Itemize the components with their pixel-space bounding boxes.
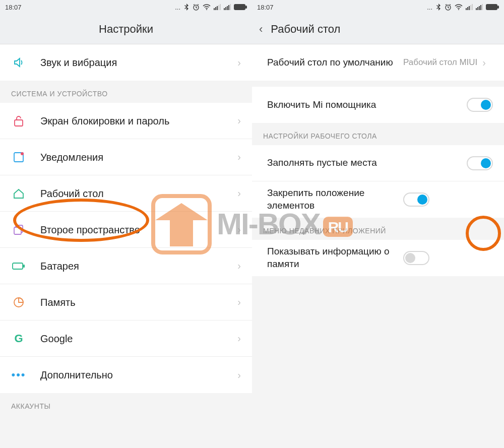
row-label: Уведомления [40, 151, 237, 164]
back-button[interactable]: ‹ [259, 23, 263, 36]
row-label: Экран блокировки и пароль [40, 114, 237, 127]
toggle-lock-layout[interactable] [403, 193, 429, 207]
signal-2-icon [224, 4, 231, 10]
alarm-icon [445, 4, 452, 11]
more-icon: ••• [11, 367, 26, 382]
svg-rect-35 [497, 6, 499, 9]
svg-rect-33 [482, 4, 483, 10]
svg-rect-26 [469, 6, 470, 10]
chevron-right-icon: › [237, 57, 241, 69]
signal-1-icon [214, 4, 221, 10]
svg-rect-13 [245, 6, 247, 9]
google-icon: G [11, 331, 26, 346]
row-show-memory[interactable]: Показывать информацию о памяти [252, 240, 504, 276]
svg-rect-31 [479, 6, 480, 10]
svg-rect-20 [23, 265, 25, 268]
chevron-right-icon: › [237, 333, 241, 344]
chevron-right-icon: › [482, 57, 486, 69]
svg-rect-11 [230, 4, 231, 10]
bluetooth-icon [435, 4, 442, 11]
page-title: Настройки [99, 23, 153, 36]
row-more[interactable]: ••• Дополнительно › [0, 357, 252, 393]
sound-icon [11, 55, 26, 70]
screen-settings: 18:07 ... Настройки Звук и вибрация › СИ… [0, 0, 252, 448]
title-bar: ‹ Рабочий стол [252, 14, 504, 44]
signal-2-icon [476, 4, 483, 10]
row-label: Показывать информацию о памяти [267, 245, 403, 270]
svg-rect-25 [467, 7, 468, 10]
row-value: Рабочий стол MIUI [403, 57, 477, 68]
row-label: Рабочий стол [40, 187, 237, 200]
row-label: Рабочий стол по умолчанию [267, 56, 403, 69]
row-notifications[interactable]: Уведомления › [0, 139, 252, 175]
svg-rect-28 [472, 4, 473, 10]
screen-launcher-settings: 18:07 ... ‹ Рабочий стол Рабочий стол по… [252, 0, 504, 448]
row-mi-assistant[interactable]: Включить Mi помощника [252, 87, 504, 123]
battery-settings-icon [11, 259, 26, 274]
storage-icon [11, 295, 26, 310]
row-google[interactable]: G Google › [0, 321, 252, 357]
status-time: 18:07 [5, 4, 22, 11]
row-label: Звук и вибрация [40, 56, 237, 69]
row-fill-empty[interactable]: Заполнять пустые места [252, 145, 504, 181]
row-label: Второе пространство [40, 223, 237, 236]
chevron-right-icon: › [237, 296, 241, 308]
second-space-icon [11, 222, 26, 237]
row-lock-screen[interactable]: Экран блокировки и пароль › [0, 103, 252, 139]
row-label: Батарея [40, 260, 237, 273]
status-bar: 18:07 ... [0, 0, 252, 14]
row-lock-layout[interactable]: Закрепить положение элементов [252, 181, 504, 218]
row-storage[interactable]: Память › [0, 284, 252, 321]
more-dots-icon: ... [175, 4, 180, 11]
row-label: Память [40, 296, 237, 309]
svg-rect-9 [227, 6, 228, 10]
chevron-right-icon: › [237, 260, 241, 272]
svg-rect-5 [218, 5, 219, 10]
more-dots-icon: ... [427, 4, 432, 11]
toggle-show-memory[interactable] [403, 251, 429, 265]
row-label: Google [40, 332, 237, 345]
row-label: Включить Mi помощника [267, 99, 467, 111]
svg-rect-24 [466, 8, 467, 10]
row-second-space[interactable]: Второе пространство › [0, 212, 252, 248]
row-sound[interactable]: Звук и вибрация › [0, 44, 252, 81]
notifications-icon [11, 150, 26, 165]
wifi-icon [203, 4, 211, 10]
battery-icon [486, 4, 499, 10]
svg-point-1 [206, 9, 207, 10]
svg-rect-2 [214, 8, 215, 10]
signal-1-icon [466, 4, 473, 10]
toggle-fill-empty[interactable] [467, 156, 493, 170]
row-default-launcher[interactable]: Рабочий стол по умолчанию Рабочий стол M… [252, 44, 504, 81]
chevron-right-icon: › [237, 187, 241, 199]
svg-rect-14 [15, 120, 23, 126]
section-launcher-settings: НАСТРОЙКИ РАБОЧЕГО СТОЛА [252, 123, 504, 145]
chevron-right-icon: › [237, 115, 241, 126]
chevron-right-icon: › [237, 224, 241, 235]
toggle-mi-assistant[interactable] [467, 98, 493, 112]
svg-rect-4 [217, 6, 218, 10]
status-time: 18:07 [257, 4, 274, 11]
battery-icon [234, 4, 247, 10]
svg-rect-18 [14, 227, 21, 234]
svg-rect-3 [215, 7, 216, 10]
row-launcher[interactable]: Рабочий стол › [0, 175, 252, 212]
row-label: Заполнять пустые места [267, 157, 467, 169]
svg-rect-27 [470, 5, 471, 10]
svg-rect-30 [477, 7, 478, 10]
alarm-icon [193, 4, 200, 11]
status-bar: 18:07 ... [252, 0, 504, 14]
section-system: СИСТЕМА И УСТРОЙСТВО [0, 81, 252, 103]
svg-point-16 [21, 152, 24, 155]
wifi-icon [455, 4, 463, 10]
svg-rect-8 [225, 7, 226, 10]
svg-rect-29 [476, 8, 477, 10]
row-battery[interactable]: Батарея › [0, 248, 252, 284]
svg-point-23 [458, 9, 459, 10]
row-label: Дополнительно [40, 368, 237, 381]
home-icon [11, 186, 26, 201]
title-bar: Настройки [0, 14, 252, 44]
svg-rect-19 [13, 263, 23, 269]
svg-rect-34 [486, 4, 497, 10]
svg-rect-10 [228, 5, 229, 10]
